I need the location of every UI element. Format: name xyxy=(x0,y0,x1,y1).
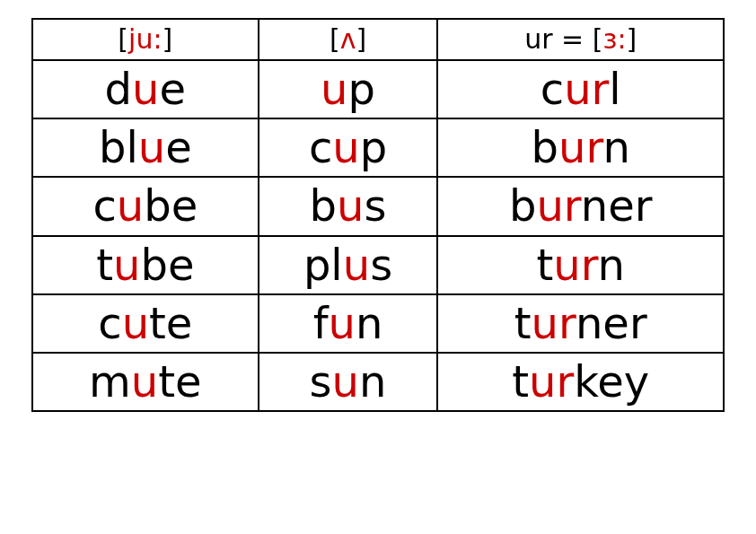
plain-text: ner xyxy=(581,180,653,231)
word-cell: turn xyxy=(437,236,724,294)
word-cell: plus xyxy=(259,236,438,294)
plain-text: t xyxy=(514,298,532,348)
word-cell: turkey xyxy=(437,353,724,411)
plain-text: t xyxy=(96,240,113,290)
plain-text: ] xyxy=(163,23,173,55)
plain-text: l xyxy=(609,64,620,114)
word-cell: sun xyxy=(259,353,438,411)
table-row: tube plus turn xyxy=(32,236,724,294)
table-row: cube bus burner xyxy=(32,177,724,235)
plain-text: b xyxy=(310,180,337,231)
plain-text: b xyxy=(532,122,558,172)
plain-text: p xyxy=(360,122,387,172)
highlight-text: ʌ xyxy=(340,23,356,55)
plain-text: be xyxy=(140,240,194,290)
word-cell: due xyxy=(32,60,259,118)
highlight-text: u xyxy=(131,356,158,407)
plain-text: c xyxy=(541,64,564,114)
word-cell: up xyxy=(259,60,438,118)
plain-text: s xyxy=(310,356,332,407)
plain-text: t xyxy=(512,356,529,407)
table-row: due up curl xyxy=(32,60,724,118)
plain-text: e xyxy=(160,64,187,114)
header-cell-caret: [ʌ] xyxy=(259,19,438,60)
highlight-text: u xyxy=(117,180,144,231)
word-cell: turner xyxy=(437,294,724,353)
plain-text: f xyxy=(313,298,329,348)
plain-text: ur = [ xyxy=(524,23,602,55)
plain-text: ] xyxy=(627,23,637,55)
plain-text: be xyxy=(144,180,198,231)
word-cell: cute xyxy=(32,294,259,353)
word-cell: cube xyxy=(32,177,259,235)
word-cell: cup xyxy=(259,118,438,177)
plain-text: s xyxy=(370,240,392,290)
plain-text: te xyxy=(149,298,192,348)
word-cell: blue xyxy=(32,118,259,177)
plain-text: bl xyxy=(99,122,138,172)
plain-text: ner xyxy=(576,298,647,348)
header-cell-ju: [ju:] xyxy=(32,19,259,60)
plain-text: c xyxy=(92,180,116,231)
plain-text: key xyxy=(574,356,649,407)
plain-text: ] xyxy=(356,23,366,55)
highlight-text: ur xyxy=(532,298,576,348)
word-cell: mute xyxy=(32,353,259,411)
highlight-text: ur xyxy=(529,356,574,407)
table-row: mute sun turkey xyxy=(32,353,724,411)
highlight-text: u xyxy=(332,122,359,172)
highlight-text: ɜ: xyxy=(602,23,626,55)
plain-text: m xyxy=(89,356,131,407)
highlight-text: u xyxy=(132,64,159,114)
plain-text: c xyxy=(309,122,332,172)
highlight-text: ur xyxy=(536,180,580,231)
plain-text: te xyxy=(158,356,201,407)
plain-text: b xyxy=(509,180,536,231)
plain-text: e xyxy=(165,122,192,172)
highlight-text: u xyxy=(332,356,359,407)
table-row: cute fun turner xyxy=(32,294,724,353)
highlight-text: ur xyxy=(564,64,609,114)
plain-text: p xyxy=(348,64,375,114)
highlight-text: u xyxy=(321,64,347,114)
plain-text: n xyxy=(602,122,629,172)
highlight-text: ju: xyxy=(128,23,162,55)
plain-text: pl xyxy=(303,240,343,290)
table-header-row: [ju:] [ʌ] ur = [ɜ:] xyxy=(32,19,724,60)
table-row: blue cup burn xyxy=(32,118,724,177)
plain-text: s xyxy=(364,180,386,231)
highlight-text: ur xyxy=(558,122,602,172)
word-cell: curl xyxy=(437,60,724,118)
plain-text: [ xyxy=(118,23,128,55)
word-cell: burner xyxy=(437,177,724,235)
plain-text: d xyxy=(105,64,132,114)
highlight-text: u xyxy=(113,240,140,290)
highlight-text: u xyxy=(329,298,356,348)
header-cell-ur: ur = [ɜ:] xyxy=(437,19,724,60)
highlight-text: u xyxy=(337,180,364,231)
highlight-text: u xyxy=(343,240,370,290)
plain-text: n xyxy=(356,298,382,348)
plain-text: c xyxy=(98,298,121,348)
plain-text: [ xyxy=(330,23,340,55)
highlight-text: u xyxy=(138,122,165,172)
word-cell: bus xyxy=(259,177,438,235)
word-cell: tube xyxy=(32,236,259,294)
plain-text: t xyxy=(536,240,553,290)
highlight-text: ur xyxy=(553,240,597,290)
word-cell: fun xyxy=(259,294,438,353)
word-cell: burn xyxy=(437,118,724,177)
phonics-table: [ju:] [ʌ] ur = [ɜ:] due up curl blue cup… xyxy=(31,18,725,412)
highlight-text: u xyxy=(122,298,149,348)
plain-text: n xyxy=(598,240,625,290)
plain-text: n xyxy=(359,356,386,407)
